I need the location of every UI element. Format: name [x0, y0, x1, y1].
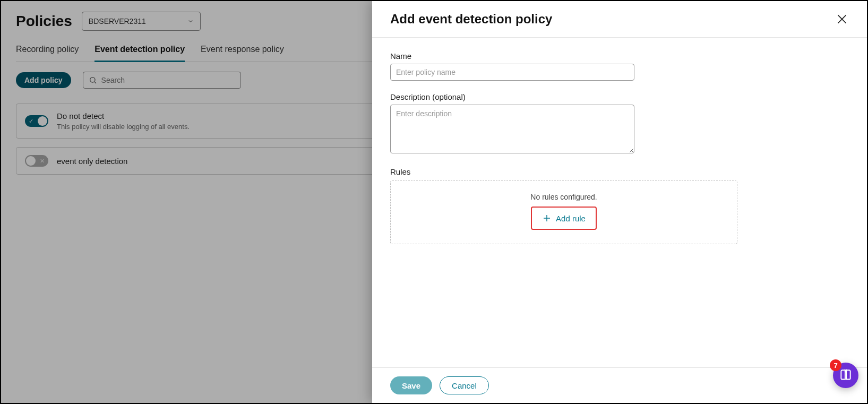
search-icon [89, 76, 97, 84]
description-field-label: Description (optional) [390, 92, 849, 101]
name-field-label: Name [390, 51, 849, 61]
help-book-icon [839, 368, 853, 382]
add-event-detection-policy-panel: Add event detection policy Name Descript… [372, 1, 867, 403]
policy-toggle[interactable]: ✕ [25, 155, 48, 167]
cancel-button[interactable]: Cancel [440, 376, 489, 394]
check-icon: ✓ [29, 118, 33, 125]
add-rule-button[interactable]: Add rule [534, 210, 594, 227]
panel-title: Add event detection policy [390, 12, 552, 27]
policy-name-input[interactable] [390, 64, 634, 81]
rules-empty-state: No rules configured. Add rule [390, 180, 737, 244]
policy-name: event only detection [57, 157, 127, 166]
policy-name: Do not detect [57, 111, 190, 121]
help-fab[interactable]: 7 [833, 363, 858, 388]
svg-point-0 [90, 78, 94, 82]
help-notification-badge: 7 [830, 359, 841, 371]
policy-description: This policy will disable logging of all … [57, 123, 190, 131]
x-icon: ✕ [40, 158, 45, 165]
no-rules-text: No rules configured. [530, 193, 597, 201]
add-rule-label: Add rule [556, 214, 586, 223]
search-input-wrapper[interactable] [83, 72, 241, 89]
chevron-down-icon [187, 18, 194, 24]
close-icon[interactable] [835, 12, 849, 26]
search-input[interactable] [101, 76, 235, 84]
rules-field-label: Rules [390, 167, 849, 176]
svg-line-1 [94, 82, 96, 83]
policy-toggle[interactable]: ✓ [25, 115, 48, 127]
tab-recording-policy[interactable]: Recording policy [16, 40, 79, 62]
page-title: Policies [16, 13, 72, 30]
tab-event-detection-policy[interactable]: Event detection policy [94, 40, 185, 62]
plus-icon [542, 213, 552, 223]
add-policy-button[interactable]: Add policy [16, 72, 71, 88]
policy-description-input[interactable] [390, 105, 634, 153]
add-rule-highlight: Add rule [531, 207, 597, 230]
save-button[interactable]: Save [390, 376, 432, 394]
tab-event-response-policy[interactable]: Event response policy [201, 40, 284, 62]
server-selected-label: BDSERVER2311 [89, 17, 146, 25]
server-selector[interactable]: BDSERVER2311 [82, 12, 201, 31]
